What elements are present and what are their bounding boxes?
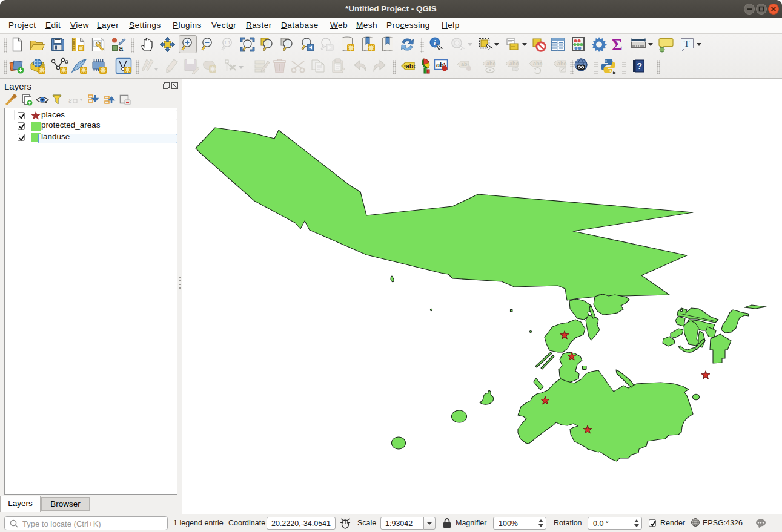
svg-text:abc: abc (557, 61, 567, 67)
svg-text:a: a (119, 44, 124, 52)
svg-text:abc: abc (486, 61, 496, 67)
svg-text:1:1: 1:1 (224, 40, 230, 45)
svg-text:ε: ε (68, 95, 72, 105)
svg-text:ab: ab (461, 61, 468, 67)
svg-text:abc: abc (533, 61, 543, 67)
svg-text:T: T (684, 39, 689, 48)
svg-text:?: ? (637, 61, 643, 71)
svg-text:abc: abc (406, 62, 416, 70)
svg-text:Σ: Σ (612, 36, 623, 53)
svg-text:abc: abc (509, 61, 519, 67)
